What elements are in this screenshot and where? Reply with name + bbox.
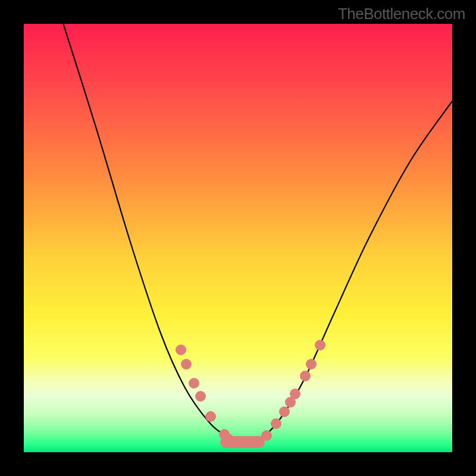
bottom-pill — [220, 436, 265, 448]
plot-area — [24, 24, 452, 452]
watermark-text: TheBottleneck.com — [338, 5, 465, 23]
data-point — [176, 345, 186, 355]
data-point — [279, 406, 290, 417]
data-point — [306, 359, 317, 369]
chart-svg — [24, 24, 452, 452]
data-point — [300, 371, 311, 381]
data-points — [176, 340, 325, 448]
data-point — [290, 389, 300, 399]
data-point — [315, 340, 325, 350]
data-point — [195, 391, 206, 402]
data-point — [181, 359, 192, 369]
chart-frame: TheBottleneck.com — [0, 0, 476, 476]
data-point — [189, 378, 199, 389]
data-point — [205, 411, 216, 422]
bottleneck-curve — [60, 24, 452, 440]
data-point — [271, 418, 281, 429]
